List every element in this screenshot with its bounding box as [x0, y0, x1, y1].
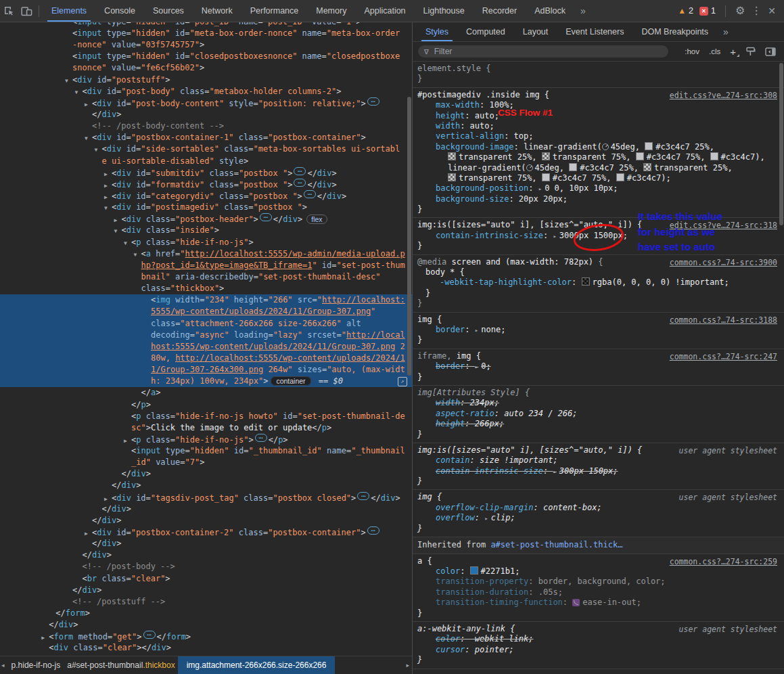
dom-tree-row[interactable]: <div class="clear"></div> — [0, 642, 412, 654]
dom-tree-row[interactable]: <input type="hidden" id="closedpostboxes… — [0, 51, 412, 62]
stylesheet-link[interactable]: common.css?…274-src:247 — [670, 352, 777, 361]
transparent-swatch[interactable] — [448, 173, 456, 181]
css-property[interactable]: vertical-align: top; — [417, 131, 784, 141]
css-property[interactable]: transition-duration: .05s; — [417, 587, 784, 598]
color-swatch[interactable] — [569, 163, 577, 171]
dom-tree-row[interactable]: 80w, http://localhost:5555/wp-content/up… — [0, 353, 412, 364]
css-property[interactable]: background-size: 20px 20px; — [417, 194, 784, 204]
tab-event-listeners[interactable]: Event Listeners — [557, 22, 632, 41]
inspect-element-icon[interactable] — [0, 3, 18, 19]
dom-tree-row[interactable]: ▶<div id="tagsdiv-post_tag" class="postb… — [0, 492, 412, 503]
css-property[interactable]: linear-gradient(45deg, #c3c4c7 25%, tran… — [417, 163, 784, 173]
css-property[interactable]: } — [417, 335, 784, 345]
dom-tree-row[interactable]: ▶<div id="postbox-container-2" class="po… — [0, 526, 412, 538]
css-property[interactable]: background-image: linear-gradient(45deg,… — [417, 142, 784, 152]
css-property[interactable]: } — [417, 608, 784, 619]
tab-console[interactable]: Console — [95, 0, 144, 22]
kebab-menu-icon[interactable]: ⋮ — [751, 5, 762, 16]
dom-tree-row[interactable]: ▶<div class="postbox-header">…</div>flex — [0, 213, 412, 225]
css-property[interactable]: width: 234px; — [417, 398, 784, 408]
dom-tree-row[interactable]: <!-- /post-body --> — [0, 561, 412, 572]
dom-tree-row[interactable]: 5555/wp-content/uploads/2024/11/Group-30… — [0, 306, 412, 317]
toggle-class-button[interactable]: .cls — [709, 47, 720, 55]
inherited-node-link[interactable]: a#set-post-thumbnail.thick… — [490, 540, 622, 549]
dom-tree-row[interactable]: <img width="234" height="266" src="http:… — [0, 294, 412, 306]
dom-tree-row[interactable]: <!-- /poststuff --> — [0, 596, 412, 608]
new-style-rule-button[interactable]: + — [730, 46, 736, 58]
dom-tree-row[interactable]: ▼<p class="hide-if-no-js"> — [0, 237, 412, 248]
tab-application[interactable]: Application — [355, 0, 414, 22]
css-property[interactable]: border: ▸0; — [417, 361, 784, 372]
stylesheet-link[interactable]: common.css?…74-src:3900 — [670, 258, 777, 267]
dom-tree-row[interactable]: h: 234px) 100vw, 234px">container == $0↗ — [0, 376, 412, 387]
filter-input[interactable] — [433, 46, 662, 57]
ellipsis-expand-button[interactable]: … — [255, 434, 267, 442]
breadcrumb-item[interactable]: p.hide-if-no-js — [11, 660, 61, 670]
tab-network[interactable]: Network — [193, 0, 241, 22]
angle-icon[interactable] — [602, 143, 609, 150]
css-property[interactable]: max-width: 100%; — [417, 100, 784, 110]
dom-tree-row[interactable]: hp?post_id=1&type=image&TB_iframe=1" id=… — [0, 260, 412, 271]
color-swatch[interactable] — [542, 173, 550, 181]
dom-tree-row[interactable]: ▼<div id="postimagediv" class="postbox "… — [0, 202, 412, 213]
collapse-arrow-icon[interactable]: ▼ — [104, 202, 112, 214]
dom-tree-row[interactable]: decoding="async" loading="lazy" srcset="… — [0, 330, 412, 341]
color-swatch[interactable] — [645, 142, 653, 150]
reveal-icon[interactable]: ↗ — [398, 377, 407, 386]
collapse-arrow-icon[interactable]: ▼ — [124, 238, 131, 249]
breadcrumb-scroll-left-icon[interactable]: ◂ — [1, 662, 5, 669]
tab-adblock[interactable]: AdBlock — [526, 0, 574, 22]
collapse-arrow-icon[interactable]: ▼ — [114, 225, 122, 237]
tab-computed[interactable]: Computed — [457, 22, 514, 41]
elements-scrollbar[interactable] — [407, 97, 411, 376]
collapse-arrow-icon[interactable]: ▼ — [65, 75, 72, 87]
css-selector[interactable]: img[Attributes Style] { — [417, 388, 784, 398]
filter-field[interactable]: ∇ — [418, 45, 668, 58]
ellipsis-expand-button[interactable]: … — [294, 179, 306, 187]
breadcrumb-item[interactable]: a#set-post-thumbnail.thickbox — [67, 660, 175, 670]
ellipsis-expand-button[interactable]: … — [294, 167, 306, 175]
color-swatch[interactable] — [616, 173, 624, 181]
dom-tree-row[interactable]: </form> — [0, 608, 412, 619]
dom-tree-row[interactable]: ▶<div id="categorydiv" class="postbox ">… — [0, 190, 412, 202]
color-swatch[interactable] — [710, 152, 718, 160]
angle-icon[interactable] — [526, 164, 533, 171]
css-property[interactable]: contain-intrinsic-size: ▸300px 150px; — [417, 466, 784, 476]
issues-button[interactable]: ✕ 1 — [699, 6, 716, 16]
dom-tree-row[interactable]: </div> — [0, 538, 412, 549]
dom-tree-row[interactable]: <br class="clear"> — [0, 573, 412, 585]
css-property[interactable]: contain-intrinsic-size: ▸3000px 1500px; — [417, 231, 784, 241]
dom-tree-row[interactable]: ▶<form method="get">…</form> — [0, 631, 412, 642]
css-property[interactable]: color: -webkit-link; — [417, 634, 784, 644]
css-property[interactable]: cursor: pointer; — [417, 645, 784, 655]
css-property[interactable]: transparent 25%, transparent 75%, #c3c4c… — [417, 152, 784, 162]
css-property[interactable]: } — [417, 430, 784, 440]
device-toolbar-icon[interactable] — [18, 3, 35, 19]
css-property[interactable]: } — [417, 476, 784, 487]
styles-scrollbar[interactable] — [779, 63, 783, 225]
css-property[interactable]: height: 266px; — [417, 419, 784, 429]
dom-tree-row[interactable]: host:5555/wp-content/uploads/2024/11/Gro… — [0, 341, 412, 353]
dom-tree-row[interactable]: ▼<a href="http://localhost:5555/wp-admin… — [0, 248, 412, 260]
dom-tree-row[interactable]: ▼<div id="side-sortables" class="meta-bo… — [0, 143, 412, 155]
stylesheet-link[interactable]: edit.css?ve…274-src:308 — [670, 91, 777, 100]
dom-tree-row[interactable]: </div> — [0, 480, 412, 491]
breadcrumb-item[interactable]: img.attachment-266x266.size-266x266 — [178, 656, 336, 674]
collapse-arrow-icon[interactable]: ▼ — [134, 249, 141, 261]
breadcrumb-scroll-right-icon[interactable]: ▸ — [406, 662, 409, 669]
css-property[interactable]: overflow-clip-margin: content-box; — [417, 503, 784, 513]
transparent-swatch[interactable] — [542, 152, 550, 160]
css-property[interactable]: } — [417, 241, 784, 251]
css-property[interactable]: height: auto; — [417, 111, 784, 121]
css-property[interactable]: } — [417, 524, 784, 534]
dom-tree-row[interactable]: ▶<div id="post-body-content" style="posi… — [0, 97, 412, 109]
color-swatch[interactable] — [636, 152, 644, 160]
css-property[interactable]: aspect-ratio: auto 234 / 266; — [417, 409, 784, 419]
styles-more-tabs-icon[interactable]: » — [717, 22, 735, 41]
dom-tree-row[interactable]: </div> — [0, 585, 412, 596]
ellipsis-expand-button[interactable]: … — [367, 526, 379, 535]
dom-tree-row[interactable]: </div> — [0, 109, 412, 120]
dom-tree-row[interactable]: class="thickbox"> — [0, 283, 412, 294]
css-selector[interactable]: element.style { — [417, 64, 784, 74]
dom-tree-row[interactable]: </div> — [0, 503, 412, 515]
